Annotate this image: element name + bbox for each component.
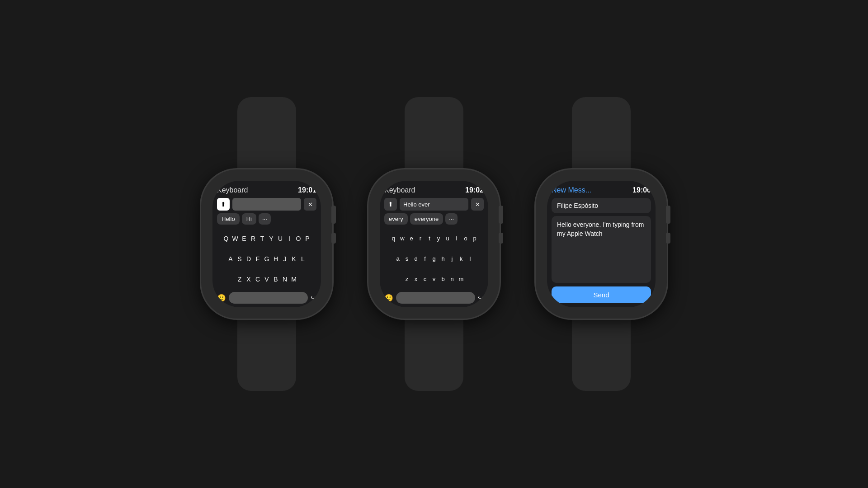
watch-crown-2 — [499, 206, 503, 224]
send-arrow-1[interactable]: ↪ — [311, 294, 316, 302]
key2-h[interactable]: h — [439, 255, 447, 262]
key2-q[interactable]: q — [390, 235, 397, 242]
screen-content-1: Keyboard 19:01 ⬆ ✕ Hello Hi ··· — [212, 181, 321, 307]
key2-f[interactable]: f — [421, 255, 429, 262]
key-z[interactable]: Z — [236, 276, 243, 283]
key-y[interactable]: Y — [268, 235, 275, 242]
key2-v[interactable]: v — [430, 276, 438, 282]
watch-screen-2: Keyboard 19:02 ⬆ Hello ever ✕ every ever… — [380, 181, 488, 307]
key-v[interactable]: V — [263, 276, 270, 283]
suggestion-more-2[interactable]: ··· — [445, 213, 458, 225]
watch-screen-1: Keyboard 19:01 ⬆ ✕ Hello Hi ··· — [212, 181, 321, 307]
key-s[interactable]: S — [236, 255, 243, 263]
text-input-2[interactable]: Hello ever — [400, 198, 468, 211]
key-c[interactable]: C — [254, 276, 261, 283]
key-n[interactable]: N — [281, 276, 288, 283]
key-p[interactable]: P — [304, 235, 311, 242]
key2-d[interactable]: d — [412, 255, 420, 262]
input-row-2: ⬆ Hello ever ✕ — [384, 198, 484, 211]
contact-name-3: Filipe Espósito — [557, 202, 598, 209]
key-e[interactable]: E — [241, 235, 248, 242]
key-h[interactable]: H — [272, 255, 279, 263]
key2-z[interactable]: z — [403, 276, 410, 282]
space-bar-2[interactable] — [396, 292, 475, 304]
key-d[interactable]: D — [245, 255, 252, 263]
suggestion-hello[interactable]: Hello — [217, 213, 240, 225]
key2-l[interactable]: l — [467, 255, 474, 262]
watch-screen-3: New Mess... 19:06 Filipe Espósito Hello … — [547, 181, 656, 307]
emoji-button-1[interactable]: 🙂 — [217, 294, 226, 302]
band-top-2 — [405, 97, 463, 169]
shift-button-2[interactable]: ⬆ — [384, 198, 397, 211]
key2-a[interactable]: a — [394, 255, 401, 262]
send-arrow-2[interactable]: ↪ — [478, 294, 484, 302]
key2-p[interactable]: p — [471, 235, 478, 242]
key2-g[interactable]: g — [430, 255, 438, 262]
suggestion-everyone[interactable]: everyone — [410, 213, 443, 225]
key2-i[interactable]: i — [453, 235, 460, 242]
key-r[interactable]: R — [250, 235, 257, 242]
bottom-bar-1: 🙂 ↪ — [217, 292, 316, 304]
key-o[interactable]: O — [295, 235, 302, 242]
key-row-1-1: Q W E R T Y U I O P — [217, 235, 316, 242]
key2-w[interactable]: w — [399, 235, 406, 242]
key-m[interactable]: M — [290, 276, 297, 283]
text-input-1[interactable] — [232, 198, 301, 211]
key-f[interactable]: F — [254, 255, 261, 263]
key-u[interactable]: U — [277, 235, 284, 242]
watch-2: Keyboard 19:02 ⬆ Hello ever ✕ every ever… — [368, 97, 500, 391]
send-button-3[interactable]: Send — [552, 286, 651, 303]
key-x[interactable]: X — [245, 276, 252, 283]
band-top-1 — [237, 97, 296, 169]
key-q[interactable]: Q — [222, 235, 230, 242]
key2-k[interactable]: k — [458, 255, 465, 262]
watch-side-button-3 — [666, 233, 670, 244]
input-row-1: ⬆ ✕ — [217, 198, 316, 211]
suggestion-hi[interactable]: Hi — [242, 213, 256, 225]
key2-r[interactable]: r — [417, 235, 424, 242]
key2-o[interactable]: o — [462, 235, 469, 242]
key-k[interactable]: K — [290, 255, 297, 263]
screen-content-2: Keyboard 19:02 ⬆ Hello ever ✕ every ever… — [380, 181, 488, 307]
key-a[interactable]: A — [227, 255, 234, 263]
suggestions-row-1: Hello Hi ··· — [217, 213, 316, 225]
key2-t[interactable]: t — [426, 235, 433, 242]
shift-button-1[interactable]: ⬆ — [217, 198, 230, 211]
key2-u[interactable]: u — [444, 235, 451, 242]
delete-button-1[interactable]: ✕ — [304, 198, 316, 211]
suggestion-every[interactable]: every — [384, 213, 408, 225]
key-t[interactable]: T — [259, 235, 266, 242]
delete-button-2[interactable]: ✕ — [471, 198, 484, 211]
screen-title-1: Keyboard — [217, 186, 248, 194]
key2-n[interactable]: n — [448, 276, 456, 282]
key-row-2-1: q w e r t y u i o p — [384, 235, 484, 242]
key2-e[interactable]: e — [408, 235, 415, 242]
send-label-3: Send — [593, 291, 609, 299]
key2-x[interactable]: x — [412, 276, 420, 282]
watch-crown-1 — [331, 206, 336, 224]
keyboard-2: q w e r t y u i o p a s d — [384, 228, 484, 289]
key2-s[interactable]: s — [403, 255, 410, 262]
band-bottom-2 — [405, 319, 463, 391]
suggestion-more-1[interactable]: ··· — [259, 213, 271, 225]
suggestions-row-2: every everyone ··· — [384, 213, 484, 225]
key2-b[interactable]: b — [439, 276, 447, 282]
screen-header-3: New Mess... 19:06 — [552, 186, 651, 194]
key-g[interactable]: G — [263, 255, 270, 263]
key2-c[interactable]: c — [421, 276, 429, 282]
key2-m[interactable]: m — [458, 276, 465, 282]
key-b[interactable]: B — [272, 276, 279, 283]
key2-y[interactable]: y — [435, 235, 442, 242]
contact-field-3: Filipe Espósito — [552, 198, 651, 213]
key-j[interactable]: J — [281, 255, 288, 263]
key-i[interactable]: I — [286, 235, 293, 242]
space-bar-1[interactable] — [229, 292, 308, 304]
key-l[interactable]: L — [299, 255, 307, 263]
screen-header-1: Keyboard 19:01 — [217, 186, 316, 194]
key-row-2-3: z x c v b n m — [384, 276, 484, 282]
emoji-button-2[interactable]: 🙂 — [384, 294, 393, 302]
screen-content-3: New Mess... 19:06 Filipe Espósito Hello … — [547, 181, 656, 307]
key-w[interactable]: W — [231, 235, 239, 242]
band-bottom-1 — [237, 319, 296, 391]
key2-j[interactable]: j — [448, 255, 456, 262]
